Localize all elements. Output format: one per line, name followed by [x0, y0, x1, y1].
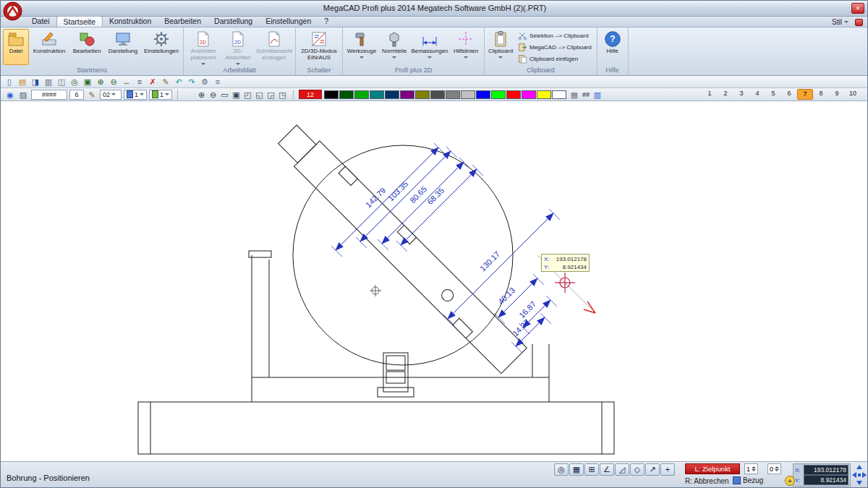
undo-icon[interactable]: ↶: [173, 77, 184, 87]
pen-number-8[interactable]: 8: [813, 89, 829, 100]
pen-number-9[interactable]: 9: [829, 89, 845, 100]
snap-grid-icon[interactable]: ▦: [569, 463, 584, 476]
snap-triangle-icon[interactable]: ◿: [615, 463, 629, 476]
save-icon[interactable]: ◨: [30, 77, 41, 87]
pattern-icon[interactable]: ▦: [569, 90, 580, 100]
spinner-arrows-icon[interactable]: [775, 464, 779, 474]
zoom-rect-icon[interactable]: ▭: [219, 90, 230, 100]
spinner-b[interactable]: 0: [767, 463, 781, 474]
pen-number-10[interactable]: 10: [845, 89, 861, 100]
color-swatch[interactable]: [370, 90, 384, 99]
color-swatch[interactable]: [385, 90, 399, 99]
zoom-out-icon[interactable]: ⊖: [108, 77, 119, 87]
tab-einstellungen[interactable]: Einstellungen: [259, 16, 318, 27]
sheet-icon[interactable]: ▨: [17, 90, 29, 100]
color-swatch[interactable]: [446, 90, 460, 99]
print-preview-icon[interactable]: ◫: [56, 77, 67, 87]
tab-bearbeiten[interactable]: Bearbeiten: [158, 16, 208, 27]
pan-arrows-icon[interactable]: [851, 464, 867, 486]
ribbon-item-2d3d-modus[interactable]: 2D/3D-Modus EIN/AUS: [298, 29, 340, 65]
layers-icon[interactable]: ≡: [134, 77, 145, 87]
add-reference-icon[interactable]: +: [785, 476, 795, 486]
ribbon-item-bearbeiten[interactable]: Bearbeiten: [69, 29, 104, 65]
ribbon-item-hilfslinien[interactable]: Hilfslinien: [450, 29, 482, 65]
zoom-fit-icon[interactable]: ▣: [231, 90, 242, 100]
tab-help[interactable]: ?: [318, 16, 335, 27]
menu-list-icon[interactable]: ≡: [212, 77, 224, 87]
ribbon-item-megacad-clipboard[interactable]: MegaCAD --> Clipboard: [518, 43, 592, 52]
color-swatch[interactable]: [522, 90, 536, 99]
pattern-field[interactable]: ####: [31, 90, 67, 100]
print-icon[interactable]: ▥: [43, 77, 54, 87]
spinner-a[interactable]: 1: [744, 463, 758, 474]
pen-number-4[interactable]: 4: [749, 89, 765, 100]
redo-icon[interactable]: ↷: [186, 77, 197, 87]
ribbon-item-clipboard[interactable]: Clipboard: [487, 29, 514, 65]
ribbon-item-2d-ansichten[interactable]: 2D 2D-Ansichten: [221, 29, 255, 65]
tab-datei[interactable]: Datei: [25, 16, 56, 27]
y-coordinate-value[interactable]: 8.921434: [804, 475, 848, 485]
snap-intersection-icon[interactable]: ⊞: [584, 463, 599, 476]
ribbon-item-clipboard-einfuegen[interactable]: Clipboard einfügen: [518, 54, 592, 64]
tab-konstruktion[interactable]: Konstruktion: [103, 16, 158, 27]
zoom-corner-3-icon[interactable]: ◲: [265, 90, 276, 100]
zoom-in-icon[interactable]: ⊕: [95, 77, 106, 87]
zoom-out-2-icon[interactable]: ⊖: [208, 90, 218, 100]
color-swatch[interactable]: [491, 90, 506, 99]
color-swatch[interactable]: [537, 90, 551, 99]
zoom-corner-2-icon[interactable]: ◱: [254, 90, 265, 100]
pan-icon[interactable]: ↔: [121, 77, 132, 87]
close-window-button[interactable]: ×: [851, 3, 864, 14]
ribbon-item-konstruktion[interactable]: Konstruktion: [30, 29, 69, 65]
pen-number-5[interactable]: 5: [765, 89, 781, 100]
ribbon-item-schnittansicht[interactable]: Schnittansicht erzeugen: [255, 29, 293, 65]
pen-number-7[interactable]: 7: [797, 89, 813, 100]
open-file-icon[interactable]: ▤: [17, 77, 28, 87]
zoom-in-2-icon[interactable]: ⊕: [196, 90, 207, 100]
color-swatch[interactable]: [400, 90, 414, 99]
layer-select-1[interactable]: 1: [124, 90, 147, 100]
color-swatch[interactable]: [476, 90, 490, 99]
spinner-arrows-icon[interactable]: [752, 464, 756, 474]
ribbon-item-datei[interactable]: Datei: [3, 29, 29, 65]
settings-gear-icon[interactable]: ⚙: [199, 77, 210, 87]
left-click-action-button[interactable]: L: Zielpunkt: [685, 463, 740, 474]
edit-pencil-icon[interactable]: ✎: [160, 77, 171, 87]
tab-darstellung[interactable]: Darstellung: [208, 16, 259, 27]
hatch-label[interactable]: ##: [582, 91, 590, 98]
snap-direction-icon[interactable]: ↗: [645, 463, 660, 476]
color-swatch[interactable]: [506, 90, 521, 99]
snap-center-icon[interactable]: ◎: [554, 463, 569, 476]
color-swatch[interactable]: [461, 90, 475, 99]
bezug-button[interactable]: Bezug: [733, 476, 763, 484]
ribbon-item-darstellung[interactable]: Darstellung: [105, 29, 141, 65]
pen-number-1[interactable]: 1: [702, 89, 718, 100]
snap-add-icon[interactable]: +: [660, 463, 675, 476]
layer-globe-icon[interactable]: ◉: [4, 90, 16, 100]
color-swatch[interactable]: [339, 90, 354, 99]
color-swatch[interactable]: [552, 90, 566, 99]
zoom-window-icon[interactable]: ▣: [82, 77, 93, 87]
pen-number-2[interactable]: 2: [718, 89, 733, 100]
zoom-all-icon[interactable]: ◎: [69, 77, 80, 87]
snap-midpoint-icon[interactable]: ◇: [630, 463, 644, 476]
ribbon-item-hilfe[interactable]: ? Hilfe: [600, 29, 626, 65]
ribbon-item-normteile[interactable]: Normteile: [379, 29, 409, 65]
color-swatch[interactable]: [415, 90, 430, 99]
ribbon-item-selektion-clipboard[interactable]: Selektion --> Clipboard: [518, 31, 592, 40]
ribbon-item-bemassungen[interactable]: Bemassungen: [410, 29, 449, 65]
current-pen-width[interactable]: 12: [299, 90, 322, 99]
ribbon-item-ansichten-platzieren[interactable]: 2D Ansichten platzieren: [186, 29, 221, 65]
drawing-canvas[interactable]: 142.79 103.35 80.65 68.35 130.17 40.13 1…: [1, 101, 868, 461]
pen-select[interactable]: 02: [100, 90, 122, 100]
bar-icon[interactable]: ▥: [592, 90, 603, 100]
color-swatch[interactable]: [354, 90, 369, 99]
stil-dropdown[interactable]: Stil: [832, 18, 848, 26]
new-document-icon[interactable]: ▯: [4, 77, 15, 87]
ribbon-item-einstellungen[interactable]: Einstellungen: [142, 29, 181, 65]
zoom-corner-4-icon[interactable]: ◳: [277, 90, 288, 100]
pen-number-6[interactable]: 6: [781, 89, 797, 100]
pen-number-3[interactable]: 3: [733, 89, 749, 100]
ribbon-item-werkzeuge[interactable]: Werkzeuge: [345, 29, 378, 65]
delete-icon[interactable]: ✗: [147, 77, 158, 87]
